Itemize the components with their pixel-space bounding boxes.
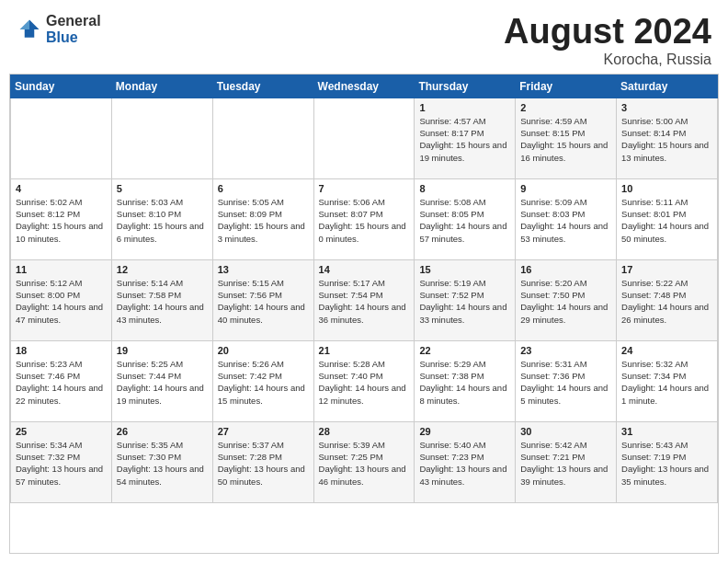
header-friday: Friday bbox=[516, 75, 617, 98]
day-info: Sunrise: 5:39 AM Sunset: 7:25 PM Dayligh… bbox=[319, 439, 410, 488]
day-number: 15 bbox=[419, 264, 510, 275]
day-number: 24 bbox=[621, 345, 712, 356]
day-number: 19 bbox=[117, 345, 208, 356]
day-info: Sunrise: 5:43 AM Sunset: 7:19 PM Dayligh… bbox=[621, 439, 712, 488]
header-sunday: Sunday bbox=[11, 75, 112, 98]
day-info: Sunrise: 5:19 AM Sunset: 7:52 PM Dayligh… bbox=[419, 277, 510, 326]
day-number: 3 bbox=[621, 102, 712, 113]
calendar-cell: 28Sunrise: 5:39 AM Sunset: 7:25 PM Dayli… bbox=[313, 421, 415, 502]
day-number: 18 bbox=[16, 345, 107, 356]
calendar-cell: 14Sunrise: 5:17 AM Sunset: 7:54 PM Dayli… bbox=[313, 259, 415, 340]
day-number: 31 bbox=[621, 426, 712, 437]
day-number: 14 bbox=[319, 264, 410, 275]
calendar-cell: 27Sunrise: 5:37 AM Sunset: 7:28 PM Dayli… bbox=[212, 421, 313, 502]
day-number: 29 bbox=[419, 426, 510, 437]
header-monday: Monday bbox=[111, 75, 212, 98]
day-number: 17 bbox=[621, 264, 712, 275]
logo-general-text: General bbox=[46, 13, 101, 29]
day-info: Sunrise: 4:57 AM Sunset: 8:17 PM Dayligh… bbox=[419, 115, 510, 164]
day-number: 10 bbox=[621, 183, 712, 194]
day-number: 2 bbox=[520, 102, 611, 113]
day-info: Sunrise: 4:59 AM Sunset: 8:15 PM Dayligh… bbox=[520, 115, 611, 164]
calendar-cell: 5Sunrise: 5:03 AM Sunset: 8:10 PM Daylig… bbox=[111, 178, 212, 259]
calendar-cell: 23Sunrise: 5:31 AM Sunset: 7:36 PM Dayli… bbox=[516, 340, 617, 421]
logo-icon bbox=[17, 17, 42, 42]
day-info: Sunrise: 5:26 AM Sunset: 7:42 PM Dayligh… bbox=[218, 358, 309, 407]
day-number: 27 bbox=[218, 426, 309, 437]
calendar-cell: 31Sunrise: 5:43 AM Sunset: 7:19 PM Dayli… bbox=[617, 421, 718, 502]
day-number: 30 bbox=[520, 426, 611, 437]
day-number: 16 bbox=[520, 264, 611, 275]
day-number: 23 bbox=[520, 345, 611, 356]
day-number: 12 bbox=[117, 264, 208, 275]
calendar-cell: 7Sunrise: 5:06 AM Sunset: 8:07 PM Daylig… bbox=[313, 178, 415, 259]
header-wednesday: Wednesday bbox=[313, 75, 415, 98]
header-saturday: Saturday bbox=[617, 75, 718, 98]
calendar-body: 1Sunrise: 4:57 AM Sunset: 8:17 PM Daylig… bbox=[11, 98, 718, 502]
calendar-cell: 1Sunrise: 4:57 AM Sunset: 8:17 PM Daylig… bbox=[415, 98, 516, 178]
header-thursday: Thursday bbox=[415, 75, 516, 98]
day-info: Sunrise: 5:35 AM Sunset: 7:30 PM Dayligh… bbox=[117, 439, 208, 488]
day-info: Sunrise: 5:34 AM Sunset: 7:32 PM Dayligh… bbox=[16, 439, 107, 488]
calendar-cell bbox=[313, 98, 415, 178]
calendar-cell bbox=[111, 98, 212, 178]
calendar-cell: 16Sunrise: 5:20 AM Sunset: 7:50 PM Dayli… bbox=[516, 259, 617, 340]
header: General Blue August 2024 Korocha, Russia bbox=[0, 0, 728, 74]
day-info: Sunrise: 5:05 AM Sunset: 8:09 PM Dayligh… bbox=[218, 196, 309, 245]
day-info: Sunrise: 5:25 AM Sunset: 7:44 PM Dayligh… bbox=[117, 358, 208, 407]
calendar-cell: 10Sunrise: 5:11 AM Sunset: 8:01 PM Dayli… bbox=[617, 178, 718, 259]
calendar-cell: 26Sunrise: 5:35 AM Sunset: 7:30 PM Dayli… bbox=[111, 421, 212, 502]
calendar-cell: 21Sunrise: 5:28 AM Sunset: 7:40 PM Dayli… bbox=[313, 340, 415, 421]
day-number: 22 bbox=[419, 345, 510, 356]
calendar-cell: 15Sunrise: 5:19 AM Sunset: 7:52 PM Dayli… bbox=[415, 259, 516, 340]
header-tuesday: Tuesday bbox=[212, 75, 313, 98]
calendar-table: Sunday Monday Tuesday Wednesday Thursday… bbox=[10, 75, 718, 503]
day-number: 20 bbox=[218, 345, 309, 356]
day-info: Sunrise: 5:17 AM Sunset: 7:54 PM Dayligh… bbox=[319, 277, 410, 326]
svg-marker-1 bbox=[20, 19, 30, 29]
calendar-cell: 20Sunrise: 5:26 AM Sunset: 7:42 PM Dayli… bbox=[212, 340, 313, 421]
logo-text: General Blue bbox=[46, 13, 101, 45]
calendar-title: August 2024 bbox=[504, 13, 711, 52]
day-info: Sunrise: 5:31 AM Sunset: 7:36 PM Dayligh… bbox=[520, 358, 611, 407]
day-number: 21 bbox=[319, 345, 410, 356]
day-info: Sunrise: 5:09 AM Sunset: 8:03 PM Dayligh… bbox=[520, 196, 611, 245]
day-info: Sunrise: 5:42 AM Sunset: 7:21 PM Dayligh… bbox=[520, 439, 611, 488]
calendar-week-5: 25Sunrise: 5:34 AM Sunset: 7:32 PM Dayli… bbox=[11, 421, 718, 502]
calendar-cell: 30Sunrise: 5:42 AM Sunset: 7:21 PM Dayli… bbox=[516, 421, 617, 502]
day-number: 28 bbox=[319, 426, 410, 437]
day-info: Sunrise: 5:02 AM Sunset: 8:12 PM Dayligh… bbox=[16, 196, 107, 245]
calendar-week-3: 11Sunrise: 5:12 AM Sunset: 8:00 PM Dayli… bbox=[11, 259, 718, 340]
weekday-header-row: Sunday Monday Tuesday Wednesday Thursday… bbox=[11, 75, 718, 98]
calendar-cell: 3Sunrise: 5:00 AM Sunset: 8:14 PM Daylig… bbox=[617, 98, 718, 178]
day-info: Sunrise: 5:28 AM Sunset: 7:40 PM Dayligh… bbox=[319, 358, 410, 407]
day-number: 4 bbox=[16, 183, 107, 194]
logo: General Blue bbox=[17, 13, 101, 45]
day-number: 8 bbox=[419, 183, 510, 194]
calendar-cell: 9Sunrise: 5:09 AM Sunset: 8:03 PM Daylig… bbox=[516, 178, 617, 259]
day-info: Sunrise: 5:12 AM Sunset: 8:00 PM Dayligh… bbox=[16, 277, 107, 326]
svg-rect-2 bbox=[25, 29, 35, 38]
day-number: 9 bbox=[520, 183, 611, 194]
calendar-cell: 29Sunrise: 5:40 AM Sunset: 7:23 PM Dayli… bbox=[415, 421, 516, 502]
title-block: August 2024 Korocha, Russia bbox=[504, 13, 711, 68]
day-number: 25 bbox=[16, 426, 107, 437]
calendar-week-2: 4Sunrise: 5:02 AM Sunset: 8:12 PM Daylig… bbox=[11, 178, 718, 259]
calendar-cell: 4Sunrise: 5:02 AM Sunset: 8:12 PM Daylig… bbox=[11, 178, 112, 259]
day-number: 7 bbox=[319, 183, 410, 194]
day-info: Sunrise: 5:11 AM Sunset: 8:01 PM Dayligh… bbox=[621, 196, 712, 245]
day-info: Sunrise: 5:22 AM Sunset: 7:48 PM Dayligh… bbox=[621, 277, 712, 326]
calendar-cell: 24Sunrise: 5:32 AM Sunset: 7:34 PM Dayli… bbox=[617, 340, 718, 421]
calendar-location: Korocha, Russia bbox=[504, 52, 711, 68]
page: General Blue August 2024 Korocha, Russia… bbox=[0, 0, 728, 563]
day-info: Sunrise: 5:40 AM Sunset: 7:23 PM Dayligh… bbox=[419, 439, 510, 488]
svg-marker-0 bbox=[29, 19, 40, 29]
calendar-week-1: 1Sunrise: 4:57 AM Sunset: 8:17 PM Daylig… bbox=[11, 98, 718, 178]
day-info: Sunrise: 5:03 AM Sunset: 8:10 PM Dayligh… bbox=[117, 196, 208, 245]
calendar-cell: 8Sunrise: 5:08 AM Sunset: 8:05 PM Daylig… bbox=[415, 178, 516, 259]
day-number: 1 bbox=[419, 102, 510, 113]
calendar-cell: 22Sunrise: 5:29 AM Sunset: 7:38 PM Dayli… bbox=[415, 340, 516, 421]
day-info: Sunrise: 5:29 AM Sunset: 7:38 PM Dayligh… bbox=[419, 358, 510, 407]
calendar: Sunday Monday Tuesday Wednesday Thursday… bbox=[9, 74, 719, 554]
day-info: Sunrise: 5:14 AM Sunset: 7:58 PM Dayligh… bbox=[117, 277, 208, 326]
